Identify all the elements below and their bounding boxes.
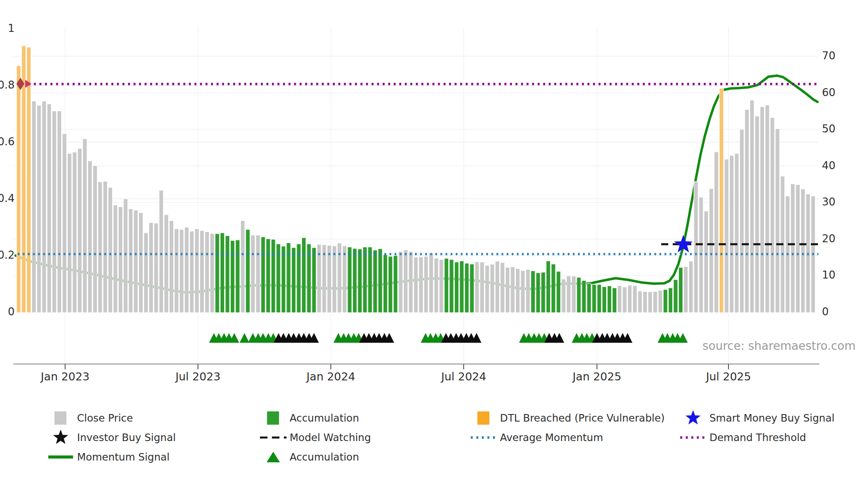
price-bar: [205, 232, 209, 313]
price-bar: [790, 184, 795, 313]
price-bar: [729, 155, 734, 313]
price-bar: [128, 209, 133, 313]
signal-triangles: [209, 333, 688, 343]
price-bar: [628, 285, 632, 313]
price-bar: [515, 268, 520, 313]
price-bar: [373, 250, 377, 313]
price-bar: [83, 139, 87, 313]
price-bar: [602, 287, 607, 313]
left-axis-label: 0.8: [0, 79, 15, 91]
price-bar: [225, 236, 230, 313]
price-bar: [246, 229, 250, 313]
price-bar: [169, 221, 174, 313]
left-axis-label: 0.6: [0, 136, 15, 148]
price-bar: [577, 277, 581, 313]
price-bar: [73, 152, 77, 313]
price-bar: [612, 288, 617, 313]
right-axis-label: 0: [822, 306, 829, 318]
price-bar: [760, 107, 764, 313]
price-bar: [409, 252, 413, 313]
x-axis-label: Jul 2023: [174, 370, 221, 383]
price-bar: [358, 249, 362, 313]
price-bar: [450, 259, 454, 313]
price-bar: [770, 117, 775, 313]
price-bar: [521, 271, 525, 313]
price-bar: [668, 288, 673, 313]
price-bar: [134, 210, 138, 313]
price-bar: [378, 249, 383, 313]
price-bar: [210, 233, 214, 313]
x-axis-label: Jul 2024: [440, 370, 486, 383]
price-bar: [470, 264, 474, 313]
price-bar: [638, 291, 642, 313]
price-bar: [562, 279, 566, 313]
price-bar: [480, 262, 484, 313]
source-credit: source: sharemaestro.com: [702, 339, 856, 352]
price-bar: [124, 199, 128, 313]
price-bar: [663, 290, 668, 313]
price-bar: [32, 101, 36, 313]
price-bar: [67, 154, 72, 313]
price-bar: [332, 246, 337, 313]
price-bar: [511, 267, 515, 313]
price-bar: [164, 215, 169, 313]
price-bar: [179, 229, 184, 313]
price-bar: [623, 287, 627, 313]
price-bar: [174, 229, 179, 313]
price-bar: [302, 238, 306, 313]
accumulation-triangle-icon: [240, 333, 249, 343]
price-bar: [475, 262, 479, 313]
price-bar: [118, 207, 123, 313]
price-bar: [526, 269, 530, 313]
price-bar: [505, 267, 510, 313]
price-bar: [93, 166, 97, 313]
right-axis-label: 70: [822, 50, 836, 62]
price-bar: [383, 255, 388, 313]
price-bar: [678, 267, 683, 313]
price-bar: [607, 286, 612, 313]
price-bar: [16, 66, 21, 313]
price-bar: [694, 182, 698, 313]
price-bar: [154, 223, 159, 313]
price-bar: [144, 233, 148, 313]
price-bar: [617, 286, 622, 313]
price-bar: [139, 213, 143, 313]
left-axis-label: 1: [8, 22, 15, 35]
price-bar: [775, 129, 780, 313]
price-bar: [261, 237, 265, 313]
price-bar: [536, 273, 540, 313]
price-bar: [37, 105, 41, 313]
price-bar: [78, 148, 82, 313]
price-bar: [587, 283, 591, 313]
price-bar: [709, 189, 713, 313]
price-bar: [689, 261, 693, 313]
price-bar: [368, 247, 372, 313]
price-momentum-chart: Jan 2023Jul 2023Jan 2024Jul 2024Jan 2025…: [0, 0, 868, 488]
price-bar: [190, 231, 194, 313]
price-bar: [388, 256, 393, 313]
right-axis-label: 10: [822, 269, 836, 281]
price-bar: [465, 263, 469, 313]
right-axis-label: 50: [822, 123, 836, 135]
price-bar: [230, 240, 235, 313]
price-bar: [149, 223, 153, 313]
price-bar: [353, 248, 357, 313]
chart-page: Jan 2023Jul 2023Jan 2024Jul 2024Jan 2025…: [0, 0, 868, 488]
price-bar: [750, 100, 754, 313]
price-bar: [541, 272, 546, 313]
price-bar: [714, 152, 719, 313]
price-bar: [801, 189, 805, 313]
right-axis-label: 30: [822, 196, 836, 208]
left-axis-label: 0: [8, 306, 15, 318]
price-bar: [215, 234, 220, 313]
price-bar: [551, 264, 556, 313]
price-bar: [658, 290, 663, 313]
x-axis-label: Jul 2025: [705, 370, 751, 383]
price-bar: [684, 267, 688, 313]
price-bar: [251, 235, 255, 313]
price-bar: [765, 105, 770, 313]
left-axis-label: 0.4: [0, 192, 15, 205]
price-bar: [236, 240, 240, 313]
price-bar: [485, 265, 489, 313]
price-bar: [159, 190, 163, 313]
